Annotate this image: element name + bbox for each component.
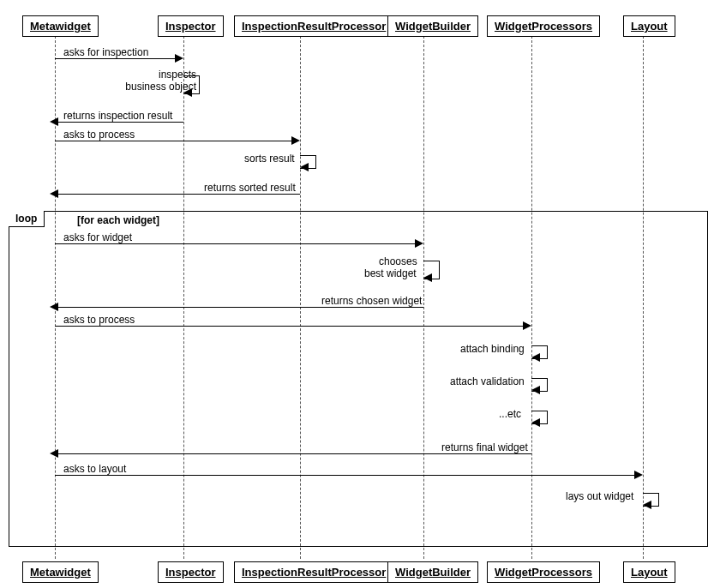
msg-returns-sorted: returns sorted result <box>204 182 296 194</box>
arrowhead-icon <box>300 163 309 171</box>
msg-asks-inspection: asks for inspection <box>63 46 148 58</box>
arrowhead-icon <box>175 54 183 63</box>
msg-returns-chosen: returns chosen widget <box>321 295 422 307</box>
arrow-returns-sorted <box>55 194 300 195</box>
msg-etc: ...etc <box>499 408 521 420</box>
participant-widgetbuilder-bottom: WidgetBuilder <box>387 561 478 583</box>
msg-attach-validation: attach validation <box>450 375 525 387</box>
arrowhead-icon <box>50 303 58 311</box>
msg-asks-process-wp: asks to process <box>63 314 135 326</box>
arrow-returns-final <box>55 453 531 454</box>
msg-returns-final: returns final widget <box>441 441 528 453</box>
arrow-asks-process-wp <box>55 326 523 327</box>
participant-irp-bottom: InspectionResultProcessor <box>234 561 393 583</box>
arrowhead-icon <box>634 471 643 479</box>
participant-layout-top: Layout <box>623 15 675 37</box>
arrowhead-icon <box>291 136 300 145</box>
participant-layout-bottom: Layout <box>623 561 675 583</box>
participant-inspector-top: Inspector <box>158 15 224 37</box>
arrowhead-icon <box>531 353 540 362</box>
arrowhead-icon <box>415 239 423 248</box>
msg-asks-process-irp: asks to process <box>63 129 135 141</box>
arrow-returns-inspection <box>55 122 183 123</box>
msg-chooses-1: chooses <box>379 255 417 267</box>
arrowhead-icon <box>531 418 540 427</box>
arrowhead-icon <box>50 117 58 126</box>
arrow-asks-inspection <box>55 58 175 59</box>
participant-widgetprocessors-bottom: WidgetProcessors <box>487 561 600 583</box>
msg-returns-inspection: returns inspection result <box>63 110 172 122</box>
msg-attach-binding: attach binding <box>460 343 525 355</box>
msg-lays-out: lays out widget <box>566 490 633 502</box>
participant-widgetprocessors-top: WidgetProcessors <box>487 15 600 37</box>
arrowhead-icon <box>50 189 58 198</box>
arrowhead-icon <box>183 88 192 97</box>
msg-chooses-2: best widget <box>364 267 417 279</box>
msg-sorts-result: sorts result <box>244 153 295 165</box>
loop-tag: loop <box>9 211 45 227</box>
arrowhead-icon <box>50 449 58 458</box>
participant-irp-top: InspectionResultProcessor <box>234 15 393 37</box>
arrowhead-icon <box>523 321 531 330</box>
arrowhead-icon <box>423 273 432 282</box>
msg-asks-layout: asks to layout <box>63 463 126 475</box>
participant-widgetbuilder-top: WidgetBuilder <box>387 15 478 37</box>
loop-guard: [for each widget] <box>77 214 159 226</box>
msg-asks-widget: asks for widget <box>63 231 132 243</box>
arrow-asks-process-irp <box>55 141 291 141</box>
participant-inspector-bottom: Inspector <box>158 561 224 583</box>
participant-metawidget-top: Metawidget <box>22 15 99 37</box>
arrow-asks-widget <box>55 243 415 244</box>
arrow-asks-layout <box>55 475 634 476</box>
arrowhead-icon <box>531 386 540 394</box>
participant-metawidget-bottom: Metawidget <box>22 561 99 583</box>
arrow-returns-chosen <box>55 307 423 308</box>
arrowhead-icon <box>643 501 651 509</box>
